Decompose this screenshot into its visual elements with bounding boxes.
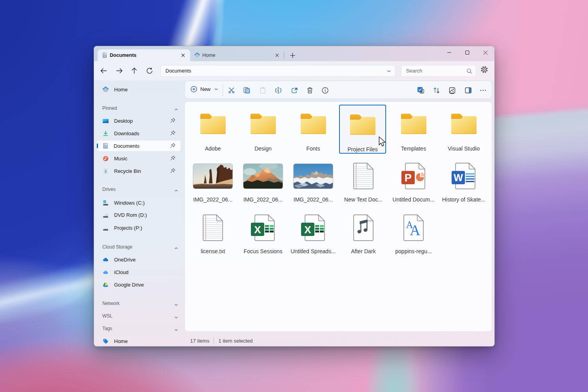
svg-text:A: A (410, 222, 420, 238)
svg-text:X: X (254, 224, 261, 236)
svg-text:W: W (454, 172, 463, 183)
svg-text:X: X (304, 224, 311, 236)
svg-text:P: P (405, 172, 412, 184)
